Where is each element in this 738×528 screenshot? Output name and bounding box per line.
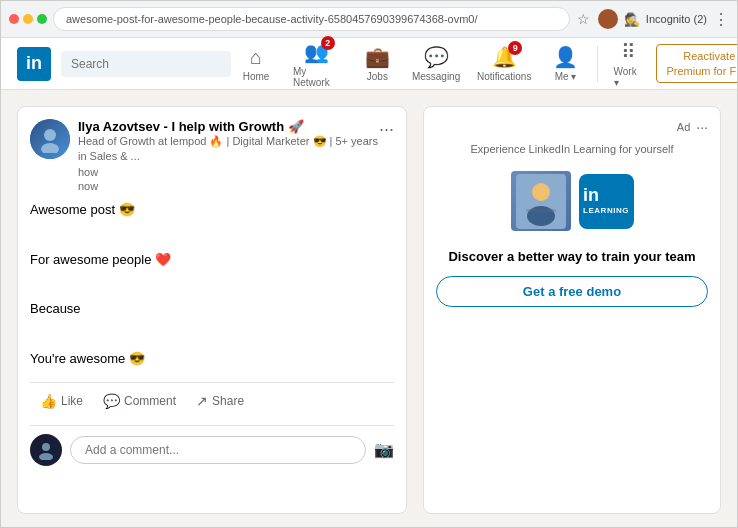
author-avatar-inner xyxy=(30,119,70,159)
photo-upload-icon[interactable]: 📷 xyxy=(374,440,394,459)
comment-label: Comment xyxy=(124,394,176,408)
main-content: Ilya Azovtsev - I help with Growth 🚀 Hea… xyxy=(1,90,737,528)
share-label: Share xyxy=(212,394,244,408)
svg-rect-7 xyxy=(526,209,556,212)
nav-item-work[interactable]: ⠿ Work ▾ xyxy=(604,38,654,90)
premium-button[interactable]: Reactivate Premium for Free xyxy=(656,44,739,83)
nav-item-jobs[interactable]: 💼 Jobs xyxy=(352,38,402,90)
svg-point-0 xyxy=(44,129,56,141)
nav-item-me[interactable]: 👤 Me ▾ xyxy=(541,38,591,90)
search-input[interactable] xyxy=(61,51,231,77)
browser-actions: ☆ 🕵 Incognito (2) ⋮ xyxy=(576,9,729,29)
author-info: Ilya Azovtsev - I help with Growth 🚀 Hea… xyxy=(78,119,379,192)
notifications-badge: 9 xyxy=(508,41,522,55)
svg-point-2 xyxy=(42,443,50,451)
nav-me-label: Me ▾ xyxy=(555,71,577,82)
comment-avatar xyxy=(30,434,62,466)
share-button[interactable]: ↗ Share xyxy=(186,387,254,415)
post-line-1: Awesome post 😎 xyxy=(30,200,394,221)
messaging-icon-wrap: 💬 xyxy=(424,45,448,69)
address-bar[interactable]: awesome-post-for-awesome-people-because-… xyxy=(53,7,570,31)
browser-top-bar: awesome-post-for-awesome-people-because-… xyxy=(1,1,737,37)
comment-button[interactable]: 💬 Comment xyxy=(93,387,186,415)
home-icon: ⌂ xyxy=(250,46,262,69)
linkedin-navbar: in ⌂ Home 👥 2 My Network 💼 Jobs 💬 xyxy=(1,38,737,90)
nav-item-messaging[interactable]: 💬 Messaging xyxy=(404,38,467,90)
like-label: Like xyxy=(61,394,83,408)
headline-line1: Head of Growth at lempod 🔥 | Digital Mar… xyxy=(78,135,378,162)
mynetwork-icon-wrap: 👥 2 xyxy=(305,40,329,64)
nav-item-home[interactable]: ⌂ Home xyxy=(231,38,281,90)
author-name-text: Ilya Azovtsev - I help with Growth 🚀 xyxy=(78,119,304,134)
svg-point-3 xyxy=(39,453,53,460)
nav-jobs-label: Jobs xyxy=(367,71,388,82)
post-card: Ilya Azovtsev - I help with Growth 🚀 Hea… xyxy=(17,106,407,514)
post-time: now xyxy=(78,180,379,192)
ad-more-btn[interactable]: ··· xyxy=(696,119,708,135)
avatar-svg xyxy=(36,125,64,153)
post-line-4 xyxy=(30,275,394,296)
incognito-label: Incognito (2) xyxy=(646,13,707,25)
star-icon[interactable]: ☆ xyxy=(576,11,592,27)
post-content: Awesome post 😎 For awesome people ❤️ Bec… xyxy=(30,200,394,370)
premium-line2: Premium for Free xyxy=(667,65,739,77)
nav-messaging-label: Messaging xyxy=(412,71,460,82)
mynetwork-badge: 2 xyxy=(321,36,335,50)
post-line-5: Because xyxy=(30,299,394,320)
nav-home-label: Home xyxy=(243,71,270,82)
ad-title: Discover a better way to train your team xyxy=(436,249,708,264)
ad-sponsor: Experience LinkedIn Learning for yoursel… xyxy=(436,143,708,155)
jobs-icon: 💼 xyxy=(365,45,390,69)
like-icon: 👍 xyxy=(40,393,57,409)
messaging-icon: 💬 xyxy=(424,45,449,69)
comment-input[interactable] xyxy=(70,436,366,464)
nav-items: ⌂ Home 👥 2 My Network 💼 Jobs 💬 Messaging xyxy=(231,38,738,90)
me-icon-wrap: 👤 xyxy=(554,45,578,69)
post-line-6 xyxy=(30,324,394,345)
author-headline: Head of Growth at lempod 🔥 | Digital Mar… xyxy=(78,134,379,180)
author-name[interactable]: Ilya Azovtsev - I help with Growth 🚀 xyxy=(78,119,379,134)
share-icon: ↗ xyxy=(196,393,208,409)
post-line-2 xyxy=(30,225,394,246)
author-avatar[interactable] xyxy=(30,119,70,159)
linkedin-logo-text: in xyxy=(26,53,42,74)
browser-chrome: awesome-post-for-awesome-people-because-… xyxy=(1,1,737,38)
work-icon: ⠿ xyxy=(621,40,636,64)
comment-avatar-svg xyxy=(36,440,56,460)
svg-point-1 xyxy=(41,143,59,153)
nav-mynetwork-label: My Network xyxy=(293,66,340,88)
maximize-window-btn[interactable] xyxy=(37,14,47,24)
post-more-btn[interactable]: ··· xyxy=(379,119,394,140)
ad-cta-button[interactable]: Get a free demo xyxy=(436,276,708,307)
jobs-icon-wrap: 💼 xyxy=(365,45,389,69)
ad-person-svg xyxy=(516,174,566,229)
comment-icon: 💬 xyxy=(103,393,120,409)
comment-input-row: 📷 xyxy=(30,425,394,466)
ad-person-image xyxy=(511,171,571,231)
linkedin-in-text: in xyxy=(583,186,629,206)
svg-point-5 xyxy=(532,183,550,201)
nav-item-notifications[interactable]: 🔔 9 Notifications xyxy=(470,38,539,90)
linkedin-learning-text: LEARNING xyxy=(583,206,629,216)
url-text: awesome-post-for-awesome-people-because-… xyxy=(66,13,478,25)
post-author: Ilya Azovtsev - I help with Growth 🚀 Hea… xyxy=(30,119,379,192)
profile-circle[interactable] xyxy=(598,9,618,29)
linkedin-logo[interactable]: in xyxy=(17,47,51,81)
ad-header: Ad ··· xyxy=(436,119,708,135)
like-button[interactable]: 👍 Like xyxy=(30,387,93,415)
window-controls xyxy=(9,14,47,24)
ad-card: Ad ··· Experience LinkedIn Learning for … xyxy=(423,106,721,514)
post-line-3: For awesome people ❤️ xyxy=(30,250,394,271)
headline-line2: how xyxy=(78,166,98,178)
premium-line1: Reactivate xyxy=(683,50,735,62)
nav-item-mynetwork[interactable]: 👥 2 My Network xyxy=(283,38,350,90)
close-window-btn[interactable] xyxy=(9,14,19,24)
ad-visual: in LEARNING xyxy=(436,163,708,239)
work-icon-wrap: ⠿ xyxy=(617,40,641,64)
menu-icon[interactable]: ⋮ xyxy=(713,11,729,27)
minimize-window-btn[interactable] xyxy=(23,14,33,24)
nav-work-label: Work ▾ xyxy=(614,66,644,88)
ad-label: Ad xyxy=(677,121,690,133)
nav-notifications-label: Notifications xyxy=(477,71,531,82)
incognito-icon: 🕵 xyxy=(624,11,640,27)
